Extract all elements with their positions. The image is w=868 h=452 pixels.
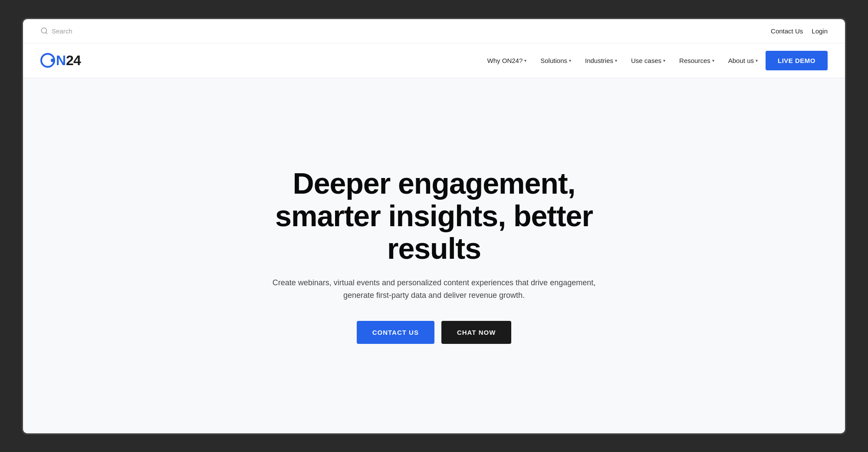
nav-item-solutions[interactable]: Solutions ▾ xyxy=(534,53,577,68)
logo-o-circle xyxy=(40,53,55,68)
chevron-down-icon: ▾ xyxy=(712,58,714,63)
logo-area[interactable]: N 24 xyxy=(40,53,81,69)
browser-content: Search Contact Us Login N 24 Why ON24? xyxy=(23,19,845,433)
nav-label-resources: Resources xyxy=(679,57,710,64)
search-placeholder-text: Search xyxy=(52,27,72,35)
chat-now-button[interactable]: CHAT NOW xyxy=(441,321,511,344)
logo-24: 24 xyxy=(66,53,81,69)
chevron-down-icon: ▾ xyxy=(569,58,571,63)
contact-us-utility-link[interactable]: Contact Us xyxy=(771,27,803,35)
svg-line-1 xyxy=(46,32,47,33)
login-link[interactable]: Login xyxy=(812,27,828,35)
nav-item-resources[interactable]: Resources ▾ xyxy=(673,53,720,68)
nav-item-why-on24[interactable]: Why ON24? ▾ xyxy=(481,53,533,68)
main-nav: N 24 Why ON24? ▾ Solutions ▾ Industries … xyxy=(23,43,845,78)
chevron-down-icon: ▾ xyxy=(524,58,526,63)
chevron-down-icon: ▾ xyxy=(615,58,617,63)
utility-links: Contact Us Login xyxy=(771,27,828,35)
chevron-down-icon: ▾ xyxy=(663,58,665,63)
nav-label-about-us: About us xyxy=(728,57,754,64)
nav-item-industries[interactable]: Industries ▾ xyxy=(579,53,623,68)
hero-subtitle: Create webinars, virtual events and pers… xyxy=(260,277,608,302)
live-demo-button[interactable]: LIVE DEMO xyxy=(766,51,828,70)
nav-item-about-us[interactable]: About us ▾ xyxy=(722,53,764,68)
nav-links: Why ON24? ▾ Solutions ▾ Industries ▾ Use… xyxy=(481,51,828,70)
search-icon xyxy=(40,27,48,35)
browser-frame: Search Contact Us Login N 24 Why ON24? xyxy=(22,18,846,435)
site-logo[interactable]: N 24 xyxy=(40,53,81,69)
nav-item-use-cases[interactable]: Use cases ▾ xyxy=(625,53,671,68)
hero-buttons: CONTACT US CHAT NOW xyxy=(357,321,512,344)
chevron-down-icon: ▾ xyxy=(756,58,758,63)
hero-section: Deeper engagement, smarter insights, bet… xyxy=(23,78,845,433)
search-area[interactable]: Search xyxy=(40,27,72,35)
logo-n: N xyxy=(56,53,66,69)
hero-title: Deeper engagement, smarter insights, bet… xyxy=(239,167,629,264)
nav-label-solutions: Solutions xyxy=(540,57,567,64)
contact-us-button[interactable]: CONTACT US xyxy=(357,321,434,344)
utility-bar: Search Contact Us Login xyxy=(23,19,845,43)
nav-label-why-on24: Why ON24? xyxy=(487,57,523,64)
nav-label-use-cases: Use cases xyxy=(631,57,661,64)
nav-label-industries: Industries xyxy=(585,57,613,64)
